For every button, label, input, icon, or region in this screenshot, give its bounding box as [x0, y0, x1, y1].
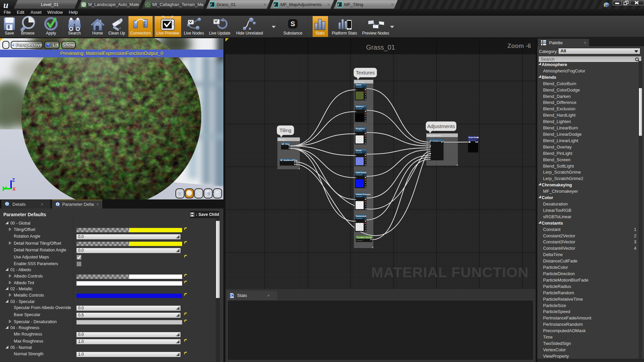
svg-text:Detail Normal: Detail Normal — [356, 172, 366, 174]
svg-text:Platform Stats: Platform Stats — [332, 31, 357, 36]
svg-text:MF_MapAdjustments: MF_MapAdjustments — [430, 140, 444, 142]
svg-text:i: i — [57, 202, 58, 206]
svg-text:Live Update: Live Update — [209, 31, 230, 36]
svg-text:Z: Z — [12, 177, 15, 183]
svg-text:Param2D: Param2D — [356, 130, 362, 132]
svg-text:×: × — [327, 2, 330, 7]
svg-text:Save: Save — [5, 31, 14, 36]
svg-text:Hide Unrelated: Hide Unrelated — [236, 31, 263, 36]
svg-text:Displacement: Displacement — [356, 216, 367, 217]
svg-text:Adjustments: Adjustments — [427, 123, 455, 129]
svg-text:Textures: Textures — [355, 81, 365, 83]
svg-text:Apply: Apply — [46, 31, 56, 36]
svg-text:Param2D: Param2D — [356, 218, 362, 219]
svg-text:Live Preview: Live Preview — [156, 31, 179, 36]
svg-text:Grass_01: Grass_01 — [217, 2, 235, 7]
svg-text:Substance: Substance — [283, 31, 303, 36]
svg-text:Roughness: Roughness — [356, 128, 365, 130]
svg-text:u: u — [3, 0, 8, 9]
svg-text:Preview Nodes: Preview Nodes — [362, 31, 389, 36]
svg-text:MF_Tiling: MF_Tiling — [344, 2, 363, 7]
svg-text:Tiling: Tiling — [279, 127, 291, 133]
svg-text:Param2D: Param2D — [356, 174, 362, 176]
svg-text:Home: Home — [92, 31, 103, 36]
svg-text:Normal: Normal — [356, 150, 362, 152]
svg-text:Stats: Stats — [315, 31, 324, 36]
svg-text:Textures: Textures — [356, 70, 375, 75]
svg-text:MF_Tiling: MF_Tiling — [282, 143, 289, 145]
svg-text:Param2D: Param2D — [356, 152, 362, 154]
svg-text:Ambient Occlusion: Ambient Occlusion — [356, 194, 371, 195]
svg-text:×: × — [391, 2, 393, 7]
svg-text:Clean Up: Clean Up — [108, 31, 125, 36]
svg-text:Adjustments: Adjustments — [427, 134, 442, 137]
svg-text:Live Nodes: Live Nodes — [184, 31, 204, 36]
svg-text:( Param ): ( Param ) — [357, 240, 363, 241]
svg-text:×: × — [264, 2, 266, 7]
svg-text:M_Landscape_Auto_Mate: M_Landscape_Auto_Mate — [88, 2, 139, 7]
svg-text:Tiling: Tiling — [278, 138, 285, 141]
svg-text:MATERIAL FUNCTION: MATERIAL FUNCTION — [371, 264, 529, 280]
svg-text:×: × — [200, 2, 202, 7]
svg-text:Tessellation Strength: Tessellation Strength — [357, 237, 372, 239]
svg-text:MI_Callaghan_Terrain_Ma: MI_Callaghan_Terrain_Ma — [152, 2, 204, 7]
svg-text:Param2D: Param2D — [356, 196, 362, 197]
svg-text:MF_MapAdjustments: MF_MapAdjustments — [280, 2, 322, 7]
svg-text:Browse: Browse — [21, 31, 35, 36]
svg-text:Metalness: Metalness — [356, 106, 364, 108]
svg-text:Level_01: Level_01 — [41, 2, 59, 7]
svg-text:MF_DetailNormalTiling: MF_DetailNormalTiling — [280, 160, 297, 161]
svg-text:Param2D: Param2D — [356, 86, 362, 88]
svg-text:S: S — [290, 20, 295, 27]
svg-text:Previewing: Previewing — [469, 139, 476, 141]
svg-text:Param2D: Param2D — [356, 108, 362, 110]
svg-text:Connectors: Connectors — [130, 31, 151, 36]
svg-text:Albedo: Albedo — [356, 84, 361, 86]
svg-text:Search: Search — [68, 31, 81, 36]
svg-text:×: × — [136, 2, 138, 7]
svg-text:X: X — [12, 186, 16, 192]
svg-text:i: i — [7, 202, 8, 206]
